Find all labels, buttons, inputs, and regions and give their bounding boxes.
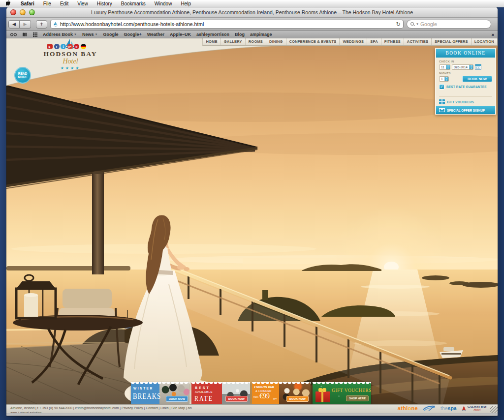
nav-special-offers[interactable]: SPECIAL OFFERS	[432, 38, 472, 45]
bookmarks-overflow-chevron[interactable]: »	[491, 32, 494, 37]
reader-glasses-icon[interactable]	[10, 33, 17, 36]
winter-book-now-button[interactable]: BOOK NOW	[166, 396, 188, 402]
nav-location[interactable]: LOCATION	[472, 38, 498, 45]
nav-home[interactable]: HOME	[203, 38, 220, 45]
nights-stepper[interactable]: 1▲▼	[439, 76, 449, 82]
web-page: HOME GALLERY ROOMS DINING CONFERENCE & E…	[6, 38, 498, 413]
menu-view[interactable]: View	[73, 1, 93, 6]
bookmark-blog[interactable]: Blog	[235, 32, 245, 37]
minimize-button[interactable]	[20, 9, 26, 15]
galway-sail-icon	[462, 406, 466, 411]
menu-history[interactable]: History	[93, 1, 117, 6]
logo-stars: ★★★★	[26, 66, 115, 70]
book-now-button[interactable]: BOOK NOW	[462, 76, 492, 82]
twitter-icon[interactable]: t	[61, 44, 66, 49]
search-engine-dropdown-icon[interactable]: ▼	[416, 23, 419, 26]
new-tab-button[interactable]: +	[36, 20, 47, 29]
rate-book-now-button[interactable]: BOOK NOW	[225, 396, 248, 402]
menu-edit[interactable]: Edit	[56, 1, 73, 6]
nav-conference-events[interactable]: CONFERENCE & EVENTS	[286, 38, 340, 45]
german-flag-icon[interactable]	[81, 44, 86, 49]
bookmark-ampimage[interactable]: ampimage	[250, 32, 272, 37]
site-favicon	[53, 22, 58, 27]
window-resize-grip[interactable]	[490, 406, 498, 413]
youtube-icon[interactable]: ▶	[47, 44, 53, 49]
address-bar[interactable]: http://www.hodsonbayhotel.com/penthouse-…	[50, 20, 404, 29]
menu-bookmarks[interactable]: Bookmarks	[117, 1, 150, 6]
booking-widget: BOOK ONLINE CHECK IN 11▲▼ Dec-2014▲▼ NIG…	[435, 48, 496, 115]
menu-window[interactable]: Window	[150, 1, 177, 6]
gift-shop-here-button[interactable]: SHOP HERE	[346, 395, 369, 401]
galway-bay-logo[interactable]: GALWAY BAYHotel	[462, 405, 487, 411]
logo-name: HODSON BAY	[26, 50, 115, 58]
bookmark-address-book[interactable]: Address Book▼	[43, 32, 77, 37]
mac-menu-bar: Safari File Edit View History Bookmarks …	[0, 0, 504, 7]
snow-scallop	[131, 382, 189, 385]
footer-credit-line: amp / visual solution	[10, 411, 41, 413]
bookmark-ashleymorrison[interactable]: ashleymorrison	[196, 32, 229, 37]
swoosh-icon	[423, 405, 436, 411]
social-icons: ▶ f t g+ p	[47, 44, 86, 49]
athlone-logo[interactable]: athlone	[398, 405, 418, 411]
hero-photo-bride-sunset	[6, 38, 498, 413]
snow-scallop	[191, 382, 250, 385]
forward-button[interactable]: ▶	[20, 20, 31, 29]
best-rate-label: BEST RATE GUARANTEE	[446, 85, 487, 89]
zoom-button[interactable]	[29, 9, 35, 15]
menu-help[interactable]: Help	[176, 1, 195, 6]
nav-weddings[interactable]: WEDDINGS	[340, 38, 367, 45]
reload-icon[interactable]: ↻	[396, 21, 401, 28]
banner-best-available-rate[interactable]: BEST AVAILABLE RATE BOOK NOW	[191, 382, 250, 404]
best-rate-checkbox[interactable]: ✓	[439, 84, 444, 90]
site-navigation: HOME GALLERY ROOMS DINING CONFERENCE & E…	[202, 38, 498, 46]
gift-vouchers-link[interactable]: GIFT VOUCHERS	[439, 96, 492, 106]
thespa-logo[interactable]: thespa	[441, 405, 457, 411]
bookmarks-book-icon[interactable]	[22, 32, 28, 37]
snow-scallop	[313, 382, 371, 385]
logo-type: Hotel	[26, 58, 115, 65]
window-bottom-edge	[6, 413, 498, 416]
check-in-month-stepper[interactable]: Dec-2014▲▼	[452, 64, 473, 70]
search-icon	[410, 22, 414, 26]
banner-gift-vouchers[interactable]: GIFT VOUCHERS SHOP HERE	[313, 382, 371, 404]
nights-label: NIGHTS	[439, 72, 492, 75]
nav-spa[interactable]: SPA	[367, 38, 381, 45]
footer-contact-line[interactable]: Athlone, Ireland | t + 353 (0) 90 644200…	[10, 406, 191, 410]
calendar-icon[interactable]	[475, 64, 481, 70]
nav-rooms[interactable]: ROOMS	[246, 38, 266, 45]
special-offer-signup[interactable]: SPECIAL OFFER SIGNUP	[436, 106, 495, 114]
gift-box-icon	[315, 391, 330, 402]
check-in-label: CHECK IN	[439, 60, 492, 63]
bookmark-google[interactable]: Google	[103, 32, 118, 37]
facebook-icon[interactable]: f	[54, 44, 60, 49]
nav-gallery[interactable]: GALLERY	[221, 38, 246, 45]
menu-file[interactable]: File	[39, 1, 56, 6]
bookmark-google-plus[interactable]: Google+	[124, 32, 141, 37]
promo-banners: WINTER BREAKS BOOK NOW BEST AVAILABLE RA…	[131, 382, 371, 404]
title-bar[interactable]: Luxury Penthouse Accommodation Athlone, …	[6, 7, 498, 18]
read-more-button[interactable]: READ MORE	[14, 67, 31, 84]
bookmark-weather[interactable]: Weather	[147, 32, 164, 37]
google-plus-icon[interactable]: g+	[67, 44, 73, 49]
bookmarks-bar: Address Book▼ News▼ Google Google+ Weath…	[6, 31, 498, 38]
apple-menu-icon[interactable]	[6, 0, 11, 6]
check-in-day-stepper[interactable]: 11▲▼	[439, 64, 450, 70]
close-button[interactable]	[10, 9, 16, 15]
banner-dinner-offer[interactable]: 2 NIGHTS B&B & 1 DINNER from €99 pps BOO…	[252, 382, 311, 404]
url-text[interactable]: http://www.hodsonbayhotel.com/penthouse-…	[60, 21, 394, 27]
back-button[interactable]: ◀	[8, 20, 20, 29]
pinterest-icon[interactable]: p	[74, 44, 79, 49]
browser-toolbar: ◀ ▶ + http://www.hodsonbayhotel.com/pent…	[6, 18, 498, 31]
menu-safari[interactable]: Safari	[16, 1, 39, 6]
nav-dining[interactable]: DINING	[266, 38, 286, 45]
search-field[interactable]: ▼ Google	[407, 20, 491, 29]
nav-fitness[interactable]: FITNESS	[381, 38, 404, 45]
top-sites-grid-icon[interactable]	[33, 32, 37, 37]
bookmark-apple-uk[interactable]: Apple–UK	[170, 32, 191, 37]
snow-scallop	[252, 382, 311, 385]
nav-activities[interactable]: ACTIVITIES	[404, 38, 432, 45]
bookmark-news[interactable]: News▼	[82, 32, 97, 37]
banner-winter-breaks[interactable]: WINTER BREAKS BOOK NOW	[131, 382, 189, 404]
search-placeholder: Google	[420, 21, 437, 27]
dinner-book-now-button[interactable]: BOOK NOW	[286, 396, 309, 402]
